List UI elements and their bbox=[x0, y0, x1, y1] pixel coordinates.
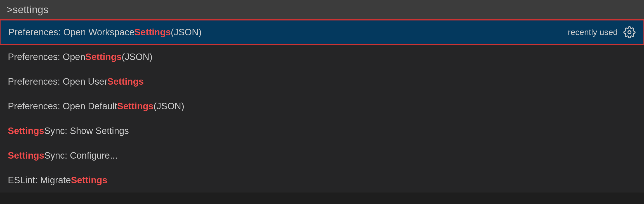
result-label: Settings Sync: Configure... bbox=[8, 150, 117, 162]
result-label: Preferences: Open Settings (JSON) bbox=[8, 51, 152, 63]
svg-point-0 bbox=[628, 31, 631, 34]
recently-used-label: recently used bbox=[568, 27, 618, 37]
command-palette: Preferences: Open Workspace Settings (JS… bbox=[0, 0, 644, 193]
result-label: Preferences: Open Default Settings (JSON… bbox=[8, 100, 184, 112]
result-item[interactable]: Settings Sync: Configure... bbox=[0, 143, 644, 168]
results-list: Preferences: Open Workspace Settings (JS… bbox=[0, 20, 644, 193]
result-item[interactable]: ESLint: Migrate Settings bbox=[0, 168, 644, 193]
result-item[interactable]: Settings Sync: Show Settings bbox=[0, 119, 644, 143]
result-label: Preferences: Open Workspace Settings (JS… bbox=[8, 26, 202, 38]
result-label: Preferences: Open User Settings bbox=[8, 76, 144, 88]
search-input[interactable] bbox=[7, 4, 637, 16]
result-meta: recently used bbox=[568, 26, 636, 38]
result-item[interactable]: Preferences: Open User Settings bbox=[0, 69, 644, 94]
result-item[interactable]: Preferences: Open Settings (JSON) bbox=[0, 45, 644, 69]
result-label: ESLint: Migrate Settings bbox=[8, 174, 107, 186]
result-item[interactable]: Preferences: Open Workspace Settings (JS… bbox=[0, 20, 644, 45]
search-bar[interactable] bbox=[0, 0, 644, 20]
gear-icon[interactable] bbox=[623, 26, 636, 38]
result-item[interactable]: Preferences: Open Default Settings (JSON… bbox=[0, 94, 644, 119]
result-label: Settings Sync: Show Settings bbox=[8, 125, 129, 137]
